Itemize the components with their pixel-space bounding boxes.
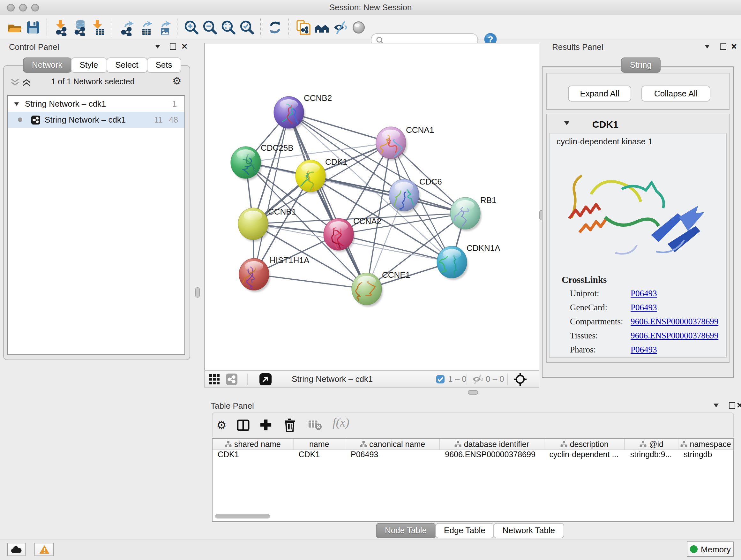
network-selection-status: 1 of 1 Network selected xyxy=(0,77,186,86)
memory-button[interactable]: Memory xyxy=(687,542,734,557)
network-share-gray-icon[interactable] xyxy=(226,374,238,385)
entry-collapse-icon[interactable] xyxy=(564,121,569,125)
birds-eye-view-icon[interactable] xyxy=(259,373,272,386)
add-column-plus-icon[interactable] xyxy=(260,419,272,431)
network-options-gear-icon[interactable]: ⚙ xyxy=(172,75,182,87)
table-cell[interactable]: CDK1 xyxy=(293,450,346,460)
cloud-button[interactable] xyxy=(7,543,25,556)
network-node-CCNE1[interactable] xyxy=(352,273,383,307)
table-cell[interactable]: CDK1 xyxy=(212,450,293,460)
crosslink-value-link[interactable]: P06493 xyxy=(630,345,657,354)
delete-column-trash-icon[interactable] xyxy=(284,418,295,432)
node-label-CDKN1A: CDKN1A xyxy=(467,243,500,253)
hidden-eye-icon[interactable] xyxy=(471,374,483,384)
network-edge-CDK1-RB1[interactable] xyxy=(311,176,465,213)
import-network-from-file-button[interactable] xyxy=(52,18,70,37)
expand-all-button[interactable]: Expand All xyxy=(568,85,631,102)
zoom-fit-content-button[interactable] xyxy=(219,18,237,37)
fit-selected-crosshair-icon[interactable] xyxy=(513,372,527,386)
save-session-button[interactable] xyxy=(24,18,42,37)
table-tab-network-table[interactable]: Network Table xyxy=(494,523,564,538)
import-network-from-database-button[interactable] xyxy=(71,18,88,37)
export-table-button[interactable] xyxy=(136,18,153,37)
network-edge-HIST1H1A-CCNE1[interactable] xyxy=(254,274,367,289)
table-cell[interactable]: cyclin-dependent ... xyxy=(544,450,625,460)
splitter-handle-left[interactable] xyxy=(195,287,200,298)
table-cell[interactable]: P06493 xyxy=(346,450,440,460)
collection-expand-icon[interactable] xyxy=(14,102,19,106)
tab-sets[interactable]: Sets xyxy=(146,57,181,73)
table-cell[interactable]: stringdb xyxy=(678,450,733,460)
table-cell[interactable]: stringdb:9... xyxy=(625,450,679,460)
table-cell[interactable]: 9606.ENSP00000378699 xyxy=(440,450,544,460)
zoom-out-button[interactable] xyxy=(201,18,218,37)
export-image-button[interactable] xyxy=(154,18,172,37)
table-tab-edge-table[interactable]: Edge Table xyxy=(435,523,494,538)
toolbar-group-separator xyxy=(177,18,178,37)
table-settings-gear-icon[interactable]: ⚙ xyxy=(216,418,226,432)
apply-preferred-layout-button[interactable] xyxy=(266,18,283,37)
export-network-button[interactable] xyxy=(118,18,135,37)
tab-network[interactable]: Network xyxy=(23,57,71,73)
column-header-name[interactable]: name xyxy=(293,439,346,449)
control-panel-float-icon[interactable] xyxy=(170,44,176,50)
crosslink-value-link[interactable]: P06493 xyxy=(630,303,657,312)
column-header-database-identifier[interactable]: database identifier xyxy=(440,439,544,449)
import-table-from-file-button[interactable] xyxy=(89,18,107,37)
network-node-RB1[interactable] xyxy=(449,197,482,231)
collapse-all-button[interactable]: Collapse All xyxy=(642,85,711,102)
results-tab-string[interactable]: String xyxy=(621,57,661,73)
crosslink-value-link[interactable]: 9606.ENSP00000378699 xyxy=(630,331,718,340)
column-header-namespace[interactable]: namespace xyxy=(678,439,733,449)
table-panel-float-icon[interactable] xyxy=(729,402,735,409)
results-panel-close-icon[interactable]: ✕ xyxy=(731,42,737,51)
network-node-HIST1H1A[interactable] xyxy=(239,258,270,292)
string-protein-query-button[interactable] xyxy=(313,18,330,37)
selected-checkbox-icon[interactable] xyxy=(436,375,445,384)
main-toolbar: ? xyxy=(0,15,741,40)
crosslink-value-link[interactable]: P06493 xyxy=(630,289,657,298)
network-node-CDKN1A[interactable] xyxy=(437,246,468,280)
crosslink-value-link[interactable]: 9606.ENSP00000378699 xyxy=(630,317,718,326)
network-edge-CCNB2-HIST1H1A[interactable] xyxy=(254,112,289,274)
tab-select[interactable]: Select xyxy=(106,57,147,73)
table-hscrollbar-thumb[interactable] xyxy=(215,514,270,518)
status-bar: Memory xyxy=(0,540,741,560)
show-columns-icon[interactable] xyxy=(237,420,250,431)
duplicate-network-button[interactable] xyxy=(294,18,312,37)
network-node-CCNA1[interactable] xyxy=(376,127,407,161)
table-tab-node-table[interactable]: Node Table xyxy=(376,523,435,538)
network-node-CDK1[interactable] xyxy=(295,160,327,194)
tab-style[interactable]: Style xyxy=(71,57,107,73)
show-all-button[interactable] xyxy=(350,18,367,37)
zoom-in-button[interactable] xyxy=(183,18,200,37)
control-panel-close-icon[interactable]: ✕ xyxy=(181,42,188,51)
warnings-button[interactable] xyxy=(35,543,54,556)
column-header-description[interactable]: description xyxy=(544,439,625,449)
open-session-button[interactable] xyxy=(6,18,23,37)
column-header-shared-name[interactable]: shared name xyxy=(212,439,293,449)
column-header--id[interactable]: @id xyxy=(625,439,679,449)
network-row-selected[interactable]: String Network – cdk1 11 48 xyxy=(8,112,185,128)
control-panel-collapse-icon[interactable] xyxy=(155,45,160,49)
hide-selected-button[interactable] xyxy=(331,18,348,37)
network-node-CDC25B[interactable] xyxy=(231,146,262,180)
node-label-RB1: RB1 xyxy=(480,195,496,205)
network-view-canvas[interactable]: CCNB2CCNA1CDC25BCDK1CDC6RB1CCNB1CCNA2CDK… xyxy=(204,43,539,370)
results-panel-collapse-icon[interactable] xyxy=(704,45,710,49)
table-panel-collapse-icon[interactable] xyxy=(714,403,719,408)
delete-table-icon[interactable] xyxy=(308,420,322,430)
toolbar-group-separator xyxy=(288,18,289,37)
crosslink-row: GeneCard:P06493 xyxy=(570,303,726,317)
table-panel-close-icon[interactable]: ✕ xyxy=(737,401,741,410)
apply-function-icon[interactable]: f(x) xyxy=(333,416,349,430)
export-image-icon xyxy=(155,19,172,36)
network-node-CCNB2[interactable] xyxy=(274,97,305,132)
zoom-selected-button[interactable] xyxy=(238,18,255,37)
grid-view-icon[interactable] xyxy=(209,374,220,384)
splitter-handle-bottom[interactable] xyxy=(468,390,478,395)
results-panel-float-icon[interactable] xyxy=(720,44,726,50)
column-header-canonical-name[interactable]: canonical name xyxy=(346,439,440,449)
network-collection-row[interactable]: String Network – cdk1 1 xyxy=(8,96,185,112)
title-bar: Session: New Session xyxy=(0,0,741,16)
